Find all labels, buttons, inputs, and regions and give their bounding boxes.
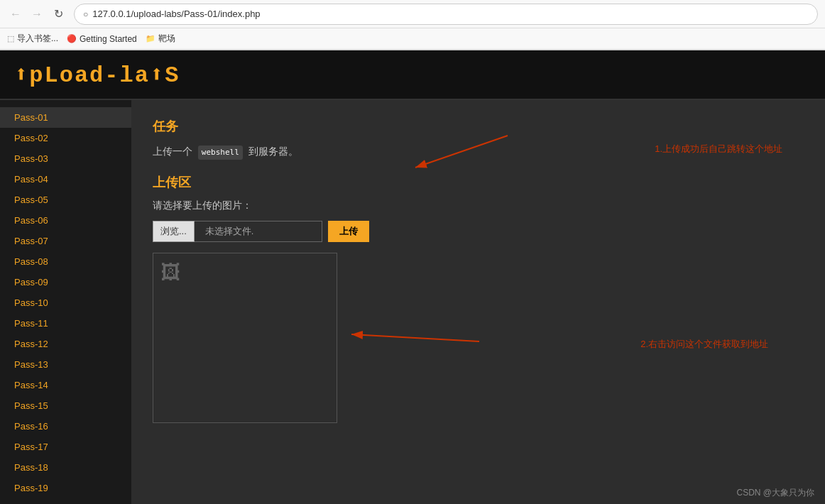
bookmark-getting-started[interactable]: 🔴 Getting Started (67, 34, 137, 44)
forward-button[interactable]: → (28, 6, 45, 23)
main-content: 任务 上传一个 webshell 到服务器。 上传区 请选择要上传的图片： 浏览… (131, 100, 825, 504)
bookmark-target[interactable]: 📁 靶场 (146, 33, 175, 45)
sidebar-item-pass09[interactable]: Pass-09 (0, 272, 131, 292)
file-input-wrapper: 浏览... 未选择文件. (153, 221, 322, 242)
folder-icon: 📁 (146, 34, 155, 43)
browser-toolbar: ← → ↻ ○ 127.0.0.1/upload-labs/Pass-01/in… (0, 0, 825, 28)
task-description: 上传一个 webshell 到服务器。 (153, 143, 804, 160)
sidebar-item-pass08[interactable]: Pass-08 (0, 251, 131, 272)
bookmark-target-label: 靶场 (158, 33, 175, 45)
file-name-display: 未选择文件. (195, 221, 322, 242)
sidebar-item-pass16[interactable]: Pass-16 (0, 416, 131, 437)
sidebar-item-pass03[interactable]: Pass-03 (0, 148, 131, 169)
address-bar[interactable]: ○ 127.0.0.1/upload-labs/Pass-01/index.ph… (74, 4, 818, 25)
bookmark-getting-started-label: Getting Started (80, 34, 137, 44)
sidebar-item-pass11[interactable]: Pass-11 (0, 313, 131, 334)
sidebar-item-pass05[interactable]: Pass-05 (0, 190, 131, 210)
address-text: 127.0.0.1/upload-labs/Pass-01/index.php (92, 9, 809, 19)
lock-icon: ○ (83, 9, 88, 19)
bookmark-import[interactable]: ⬚ 导入书签... (7, 33, 58, 45)
bookmarks-bar: ⬚ 导入书签... 🔴 Getting Started 📁 靶场 (0, 28, 825, 50)
sidebar-item-pass17[interactable]: Pass-17 (0, 437, 131, 457)
app-logo: ⬆pLoad-la⬆S (14, 60, 811, 89)
sidebar-item-pass02[interactable]: Pass-02 (0, 128, 131, 148)
upload-section-title: 上传区 (153, 174, 804, 191)
nav-buttons: ← → ↻ (7, 6, 67, 23)
firefox-icon: 🔴 (67, 34, 77, 43)
image-placeholder-icon: 🖼 (160, 261, 180, 284)
app-body: Pass-01 Pass-02 Pass-03 Pass-04 Pass-05 … (0, 100, 825, 504)
footer-credit: CSDN @大象只为你 (736, 487, 814, 499)
sidebar-item-pass04[interactable]: Pass-04 (0, 169, 131, 190)
app-header: ⬆pLoad-la⬆S (0, 50, 825, 100)
browser-chrome: ← → ↻ ○ 127.0.0.1/upload-labs/Pass-01/in… (0, 0, 825, 50)
back-button[interactable]: ← (7, 6, 24, 23)
import-icon: ⬚ (7, 34, 14, 43)
sidebar-item-pass07[interactable]: Pass-07 (0, 231, 131, 251)
bookmark-import-label: 导入书签... (17, 33, 58, 45)
task-text-prefix: 上传一个 (153, 146, 192, 157)
svg-line-3 (351, 334, 479, 341)
sidebar-item-pass15[interactable]: Pass-15 (0, 395, 131, 416)
browse-button[interactable]: 浏览... (153, 221, 195, 242)
sidebar-item-pass20[interactable]: Pass-20 (0, 498, 131, 504)
webshell-badge: webshell (198, 146, 243, 160)
sidebar-item-pass10[interactable]: Pass-10 (0, 292, 131, 313)
image-preview: 🖼 (153, 253, 337, 423)
sidebar-item-pass13[interactable]: Pass-13 (0, 354, 131, 375)
sidebar-item-pass14[interactable]: Pass-14 (0, 375, 131, 395)
sidebar-item-pass12[interactable]: Pass-12 (0, 334, 131, 354)
task-section-title: 任务 (153, 118, 804, 135)
sidebar-item-pass06[interactable]: Pass-06 (0, 210, 131, 231)
sidebar: Pass-01 Pass-02 Pass-03 Pass-04 Pass-05 … (0, 100, 131, 504)
upload-label: 请选择要上传的图片： (153, 199, 804, 212)
task-text-suffix: 到服务器。 (248, 146, 298, 157)
app-container: ⬆pLoad-la⬆S Pass-01 Pass-02 Pass-03 Pass… (0, 50, 825, 504)
reload-button[interactable]: ↻ (50, 6, 67, 23)
annotation-2: 2.右击访问这个文件获取到地址 (640, 338, 768, 351)
sidebar-item-pass01[interactable]: Pass-01 (0, 107, 131, 128)
sidebar-item-pass19[interactable]: Pass-19 (0, 478, 131, 498)
upload-button[interactable]: 上传 (328, 221, 369, 242)
upload-controls: 浏览... 未选择文件. 上传 (153, 221, 804, 242)
sidebar-item-pass18[interactable]: Pass-18 (0, 457, 131, 478)
